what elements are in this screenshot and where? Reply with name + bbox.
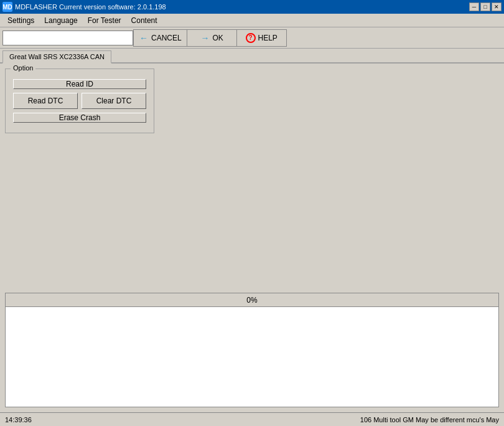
status-message: 106 Multi tool GM May be different mcu's… [360, 416, 499, 424]
option-legend: Option [11, 64, 35, 72]
read-id-button[interactable]: Read ID [13, 79, 146, 89]
minimize-button[interactable]: ─ [469, 2, 479, 11]
progress-bar-container: 0% [6, 293, 498, 307]
menu-content[interactable]: Content [126, 15, 162, 26]
close-button[interactable]: ✕ [492, 2, 502, 11]
ok-icon: → [200, 33, 210, 43]
clear-dtc-button[interactable]: Clear DTC [82, 93, 146, 109]
ok-button[interactable]: → OK [187, 29, 237, 47]
help-label: HELP [258, 34, 278, 42]
help-icon: ? [246, 33, 256, 43]
erase-crash-button[interactable]: Erase Crash [13, 113, 146, 123]
cancel-button[interactable]: ← CANCEL [133, 29, 187, 47]
app-icon: MD [2, 2, 12, 12]
log-area[interactable] [6, 307, 498, 407]
read-dtc-button[interactable]: Read DTC [13, 93, 78, 109]
menu-bar: Settings Language For Tester Content [0, 14, 504, 27]
menu-for-tester[interactable]: For Tester [83, 15, 126, 26]
tab-label: Great Wall SRS XC2336A CAN [9, 53, 105, 60]
app-title: MDFLASHER Current version software: 2.0.… [15, 3, 166, 11]
main-content: Option Read ID Read DTC Clear DTC Erase … [0, 64, 504, 412]
menu-language[interactable]: Language [39, 15, 82, 26]
menu-settings[interactable]: Settings [2, 15, 39, 26]
window-controls: ─ □ ✕ [469, 2, 502, 11]
title-bar-left: MD MDFLASHER Current version software: 2… [2, 2, 166, 12]
tab-bar: Great Wall SRS XC2336A CAN [0, 49, 504, 64]
cancel-icon: ← [139, 33, 149, 43]
help-button[interactable]: ? HELP [237, 29, 287, 47]
dtc-row: Read DTC Clear DTC [13, 93, 146, 109]
status-bar: 14:39:36 106 Multi tool GM May be differ… [0, 412, 504, 426]
progress-text: 0% [246, 296, 257, 305]
status-time: 14:39:36 [5, 416, 32, 424]
option-group: Option Read ID Read DTC Clear DTC Erase … [5, 69, 154, 133]
cancel-label: CANCEL [151, 34, 182, 42]
output-section: 0% [5, 293, 499, 407]
title-bar: MD MDFLASHER Current version software: 2… [0, 0, 504, 14]
tab-main[interactable]: Great Wall SRS XC2336A CAN [2, 50, 111, 64]
toolbar: ← CANCEL → OK ? HELP [0, 27, 504, 49]
maximize-button[interactable]: □ [480, 2, 490, 11]
toolbar-input[interactable] [2, 31, 133, 45]
ok-label: OK [213, 34, 223, 42]
option-buttons: Read ID Read DTC Clear DTC Erase Crash [13, 79, 146, 123]
